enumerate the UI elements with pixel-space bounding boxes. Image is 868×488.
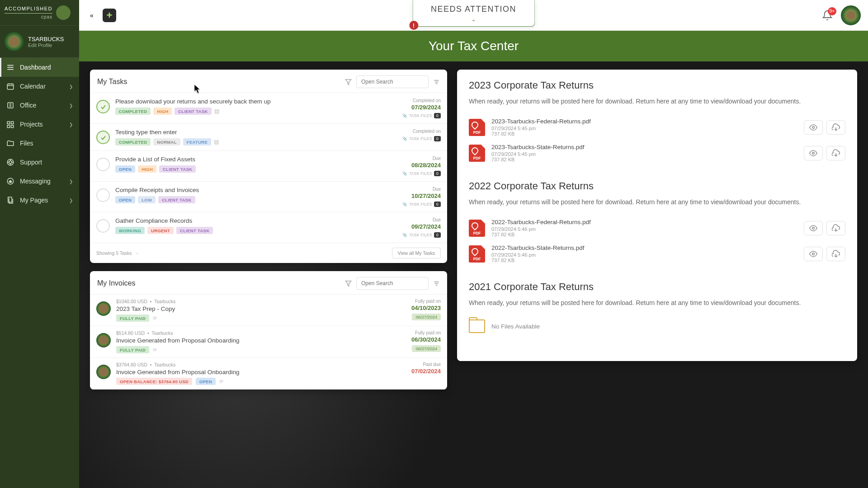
clip-icon: 📎 [402,233,407,237]
task-files-label: TASK FILES [409,136,432,141]
task-title: Compile Receipts and Invoices [115,187,397,193]
file-name: 2023-Tsarbucks-State-Returns.pdf [491,144,797,150]
clip-icon: 📎 [402,113,407,118]
task-file-count: 0 [434,202,441,207]
invoice-date: 04/10/2023 [411,305,441,311]
sidebar-item-office[interactable]: Office❯ [0,96,79,115]
type-badge: FEATURE [183,138,211,145]
file-date: 07/29/2024 5:45 pm [491,151,797,157]
task-file-count: 0 [434,232,441,238]
sort-icon[interactable] [433,280,440,287]
task-check-icon[interactable] [96,188,110,202]
invoice-title: Invoice Generated from Proposal Onboardi… [116,337,406,344]
download-button[interactable] [826,221,845,235]
sidebar-item-dashboard[interactable]: Dashboard [0,58,79,77]
profile-sub: Edit Profile [28,42,64,48]
brand-name: ACCOMPLISHED [5,6,52,12]
svg-point-32 [812,152,815,154]
refresh-icon[interactable]: ⟳ [219,379,223,385]
task-meta-label: Due [402,217,441,222]
filter-icon[interactable] [345,79,352,85]
task-check-icon[interactable] [96,131,110,144]
pages-icon [6,196,14,204]
pdf-icon: PDF [469,220,485,237]
task-date: 09/27/2024 [402,223,441,230]
profile-name: TSARBUCKS [28,36,64,42]
pdf-icon: PDF [469,145,485,162]
priority-badge: URGENT [147,227,174,234]
task-files-label: TASK FILES [409,202,432,206]
file-size: 737.82 KB [491,157,797,162]
invoice-date: 07/02/2024 [411,368,441,375]
invoice-row[interactable]: $514.80 USD • Tsarbucks Invoice Generate… [90,326,447,358]
avatar [96,365,111,379]
brand-logo[interactable]: ACCOMPLISHED cpas [0,0,79,26]
needs-attention-panel[interactable]: NEEDS ATTENTION ⌄ ! [412,0,535,27]
avatar [96,301,111,316]
file-row: PDF 2023-Tsarbucks-State-Returns.pdf 07/… [469,140,845,166]
refresh-icon[interactable]: ⟳ [153,347,157,353]
task-check-icon[interactable] [96,219,110,233]
svg-point-34 [812,227,815,229]
sidebar-item-my-pages[interactable]: My Pages❯ [0,191,79,210]
chevron-right-icon: ❯ [69,198,73,203]
status-badge: COMPLETED [115,138,151,145]
notifications-button[interactable]: 9+ [822,10,833,21]
tax-section-title: 2023 Corporate Tax Returns [469,80,845,91]
task-row[interactable]: Please download your returns and securel… [90,93,447,124]
file-size: 737.82 KB [491,232,797,237]
sidebar-item-messaging[interactable]: Messaging❯ [0,172,79,191]
file-name: 2022-Tsarbucks-Federal-Returns.pdf [491,219,797,225]
refresh-icon[interactable]: ⟳ [153,315,157,321]
chevron-right-icon: ❯ [69,84,73,89]
preview-button[interactable] [804,221,823,235]
invoice-date: 06/30/2024 [411,336,441,343]
preview-button[interactable] [804,247,823,261]
invoice-meta-label: Fully paid on [411,330,441,335]
preview-button[interactable] [804,120,823,135]
tasks-search-input[interactable] [356,75,429,88]
nav: DashboardCalendar❯Office❯Projects❯FilesS… [0,58,79,210]
priority-badge: HIGH [138,165,156,173]
nav-label: Files [20,140,33,147]
nav-label: Messaging [20,178,51,185]
file-row: PDF 2023-Tsarbucks-Federal-Returns.pdf 0… [469,114,845,140]
task-row[interactable]: Gather Compliance Records WORKING URGENT… [90,212,447,243]
sort-icon[interactable] [433,79,440,85]
invoice-title: Invoice Generated from Proposal Onboardi… [116,369,406,375]
sidebar-item-projects[interactable]: Projects❯ [0,115,79,134]
tasks-title: My Tasks [97,78,127,86]
status-badge: COMPLETED [115,108,151,115]
sidebar-item-calendar[interactable]: Calendar❯ [0,77,79,96]
needs-attention-title: NEEDS ATTENTION [431,5,516,14]
task-row[interactable]: Compile Receipts and Invoices OPEN LOW C… [90,182,447,212]
download-button[interactable] [826,247,845,261]
profile-block[interactable]: TSARBUCKS Edit Profile [0,26,79,58]
invoices-search-input[interactable] [356,277,429,290]
task-check-icon[interactable] [96,100,110,113]
task-title: Provide a List of Fixed Assets [115,156,397,163]
task-check-icon[interactable] [96,158,110,171]
user-menu-avatar[interactable] [841,5,861,25]
svg-rect-13 [7,125,9,127]
svg-rect-3 [7,84,14,89]
task-row[interactable]: Testing type then enter COMPLETED NORMAL… [90,124,447,151]
status-badge: WORKING [115,227,145,234]
collapse-sidebar-button[interactable]: « [86,10,97,21]
invoice-title: 2023 Tax Prep - Copy [116,305,406,312]
preview-button[interactable] [804,146,823,160]
task-date: 07/29/2024 [402,104,441,111]
sidebar: ACCOMPLISHED cpas TSARBUCKS Edit Profile… [0,0,79,488]
stack-icon: ▤ [214,108,219,114]
invoice-row[interactable]: $1040.00 USD • Tsarbucks 2023 Tax Prep -… [90,295,447,326]
download-button[interactable] [826,120,845,135]
sidebar-item-support[interactable]: Support [0,153,79,172]
page-title: Your Tax Center [79,31,868,61]
add-button[interactable]: + [103,9,116,22]
task-row[interactable]: Provide a List of Fixed Assets OPEN HIGH… [90,151,447,182]
view-all-tasks-button[interactable]: View all My Tasks [392,248,441,258]
sidebar-item-files[interactable]: Files [0,134,79,153]
download-button[interactable] [826,146,845,160]
invoice-row[interactable]: $3764.80 USD • Tsarbucks Invoice Generat… [90,358,447,389]
filter-icon[interactable] [345,280,352,287]
